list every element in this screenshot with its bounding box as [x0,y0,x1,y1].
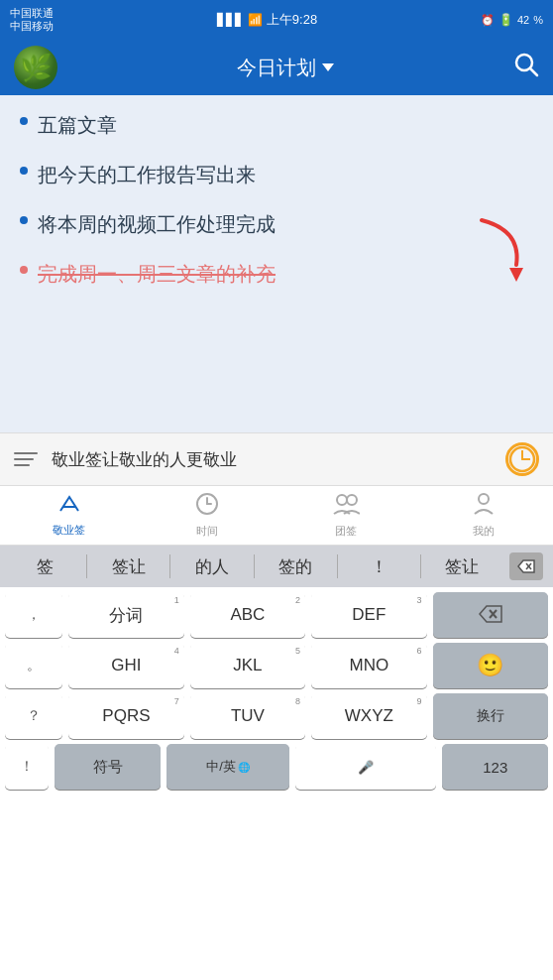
wifi-icon: 📶 [248,13,263,27]
svg-point-10 [347,495,357,505]
key-emoji[interactable]: 🙂 [433,643,548,688]
red-arrow-icon [462,210,541,290]
search-button[interactable] [513,52,539,83]
battery-icon: 🔋 [498,13,513,27]
avatar[interactable] [14,46,57,89]
keyboard-row-1: ， 1 分词 2 ABC 3 DEF [0,587,553,638]
todo-bullet-1 [20,117,28,125]
todo-item-2: 把今天的工作报告写出来 [20,161,533,188]
header-title-container[interactable]: 今日计划 [237,55,334,81]
battery-percent: % [533,14,543,26]
tab-bar: 敬业签 时间 团签 我的 [0,486,553,546]
todo-list: 五篇文章 把今天的工作报告写出来 将本周的视频工作处理完成 完成周一、周三文章的… [0,95,553,432]
svg-point-3 [510,447,534,471]
tab-time-icon [195,492,219,522]
key-3-def[interactable]: 3 DEF [311,592,426,638]
key-question[interactable]: ？ [5,693,62,739]
status-right: ⏰ 🔋 42 % [481,13,543,27]
todo-item-1: 五篇文章 [20,111,533,139]
delete-icon [509,552,543,580]
suggestion-delete-btn[interactable] [503,552,549,580]
dropdown-arrow-icon [322,63,334,71]
header-title-text: 今日计划 [237,55,316,81]
key-mic[interactable]: 🎤 [295,744,436,790]
tab-time-label: 时间 [196,524,218,539]
carrier-info: 中国联通 中国移动 [10,7,54,33]
suggestion-1[interactable]: 签 [4,550,86,584]
tab-jingye-label: 敬业签 [53,523,85,538]
suggestion-2[interactable]: 签让 [87,550,169,584]
svg-point-11 [479,494,489,504]
key-9-wxyz[interactable]: 9 WXYZ [311,693,426,739]
key-comma[interactable]: ， [5,592,62,638]
header: 今日计划 [0,40,553,95]
status-center: ▋▋▋ 📶 上午9:28 [217,11,317,29]
svg-point-9 [337,495,347,505]
key-6-mno[interactable]: 6 MNO [311,643,426,688]
battery-level: 42 [517,14,529,26]
key-exclaim[interactable]: ！ [5,744,49,790]
key-lang-switch[interactable]: 中/英 🌐 [166,744,289,790]
suggestion-5[interactable]: ！ [338,550,420,584]
svg-line-1 [530,68,537,75]
time-display: 上午9:28 [267,11,317,29]
key-123[interactable]: 123 [442,744,548,790]
tab-mine[interactable]: 我的 [415,486,554,545]
todo-bullet-4 [20,266,28,274]
suggestion-bar: 签 签让 的人 签的 ！ 签让 [0,546,553,587]
key-period[interactable]: 。 [5,643,62,688]
carrier2-label: 中国移动 [10,20,54,33]
alarm-icon: ⏰ [481,14,495,27]
globe-icon: 🌐 [238,762,250,773]
key-8-tuv[interactable]: 8 TUV [190,693,305,739]
key-1-fenci[interactable]: 1 分词 [68,592,183,638]
todo-item-3: 将本周的视频工作处理完成 [20,210,533,238]
tab-group[interactable]: 团签 [276,486,415,545]
suggestion-6[interactable]: 签让 [421,550,503,584]
keyboard-row-4: ！ 符号 中/英 🌐 🎤 123 [0,739,553,790]
key-7-pqrs[interactable]: 7 PQRS [68,693,183,739]
todo-bullet-2 [20,167,28,175]
clock-icon[interactable] [505,442,539,476]
todo-text-2: 把今天的工作报告写出来 [38,161,256,188]
tab-mine-icon [472,492,496,522]
tab-mine-label: 我的 [473,524,495,539]
todo-item-4: 完成周一、周三文章的补充 [20,260,533,288]
input-area: 敬业签让敬业的人更敬业 [0,432,553,486]
tab-time[interactable]: 时间 [139,486,277,545]
tab-jingye[interactable]: 敬业签 [0,486,139,545]
todo-text-1: 五篇文章 [38,111,117,139]
carrier1-label: 中国联通 [10,7,54,20]
key-backspace[interactable] [433,592,548,638]
keyboard-row-3: ？ 7 PQRS 8 TUV 9 WXYZ 换行 [0,688,553,739]
signal-icon: ▋▋▋ [217,13,244,27]
suggestion-4[interactable]: 签的 [255,550,337,584]
todo-bullet-3 [20,216,28,224]
svg-marker-2 [509,268,523,282]
keyboard-row-2: 。 4 GHI 5 JKL 6 MNO 🙂 [0,638,553,688]
tab-group-label: 团签 [335,524,357,539]
tab-jingye-icon [56,493,82,521]
todo-text-3: 将本周的视频工作处理完成 [38,210,276,238]
status-bar: 中国联通 中国移动 ▋▋▋ 📶 上午9:28 ⏰ 🔋 42 % [0,0,553,40]
todo-text-4: 完成周一、周三文章的补充 [38,260,276,288]
input-text-display[interactable]: 敬业签让敬业的人更敬业 [52,448,496,471]
tab-group-icon [332,492,360,522]
key-symbol[interactable]: 符号 [55,744,161,790]
key-5-jkl[interactable]: 5 JKL [190,643,305,688]
suggestion-3[interactable]: 的人 [170,550,253,584]
key-enter[interactable]: 换行 [433,693,548,739]
list-icon[interactable] [14,445,42,473]
key-4-ghi[interactable]: 4 GHI [68,643,183,688]
key-2-abc[interactable]: 2 ABC [190,592,305,638]
